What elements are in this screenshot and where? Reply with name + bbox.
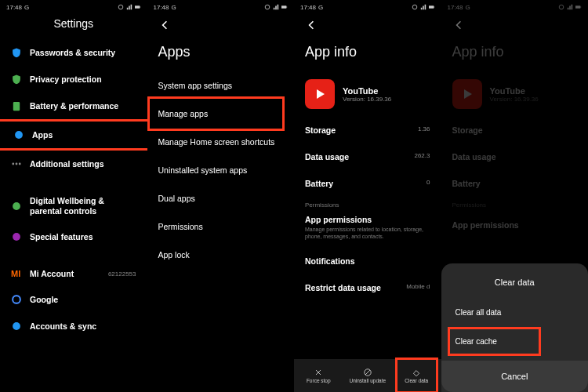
item-manage-home-shortcuts[interactable]: Manage Home screen shortcuts (147, 128, 295, 156)
action-clear-data[interactable]: Clear data (392, 359, 441, 392)
svg-rect-3 (13, 102, 20, 111)
item-privacy[interactable]: Privacy protection (0, 66, 147, 93)
sync-icon (11, 321, 22, 332)
signal-icon (420, 4, 426, 10)
signal-icon (126, 4, 132, 10)
item-passwords[interactable]: Passwords & security (0, 39, 147, 66)
row-storage[interactable]: Storage1.36 (294, 117, 441, 143)
section-permissions: Permissions (294, 197, 441, 212)
item-battery[interactable]: Battery & performance (0, 93, 147, 119)
svg-rect-16 (429, 5, 434, 8)
svg-point-5 (12, 163, 14, 165)
svg-point-12 (265, 5, 270, 9)
net: G (24, 4, 29, 11)
mi-logo-icon: MI (11, 269, 22, 278)
svg-point-10 (13, 296, 20, 303)
dialog-clear-all[interactable]: Clear all data (441, 298, 589, 327)
page-title: Apps (147, 36, 295, 71)
row-app-permissions[interactable]: App permissions Manage permissions relat… (294, 212, 441, 248)
item-uninstalled-system[interactable]: Uninstalled system apps (147, 156, 295, 184)
item-system-app-settings[interactable]: System app settings (147, 71, 295, 100)
back-icon[interactable] (158, 19, 171, 31)
row-battery[interactable]: Battery0 (294, 170, 441, 197)
alarm-icon (264, 4, 270, 10)
item-accounts-sync[interactable]: Accounts & sync (0, 313, 147, 339)
panel-app-info: 17:48G App info YouTube Version: 16.39.3… (294, 0, 441, 392)
item-manage-apps[interactable]: Manage apps (147, 100, 295, 128)
app-name: YouTube (343, 86, 391, 96)
battery-icon (281, 4, 288, 10)
apps-icon (13, 129, 24, 140)
svg-point-4 (15, 131, 23, 139)
lock-icon (11, 74, 22, 85)
item-additional[interactable]: Additional settings (0, 151, 147, 177)
google-icon (11, 294, 22, 305)
panel-settings: 17:48G Settings Passwords & security Pri… (0, 0, 147, 392)
battery-icon (135, 4, 141, 10)
svg-point-8 (13, 202, 20, 210)
svg-point-0 (118, 5, 123, 9)
action-uninstall[interactable]: Uninstall update (343, 359, 393, 392)
close-icon (314, 368, 323, 377)
page-title: App info (294, 36, 441, 71)
svg-point-6 (16, 163, 18, 165)
clear-data-dialog: Clear data Clear all data Clear cache Ca… (441, 263, 589, 392)
back-icon[interactable] (305, 19, 318, 31)
battery-icon (429, 4, 435, 10)
bottom-actions: Force stop Uninstall update Clear data (294, 359, 441, 392)
svg-rect-14 (286, 6, 287, 7)
star-icon (11, 231, 22, 242)
eraser-icon (412, 368, 421, 377)
settings-list: Passwords & security Privacy protection … (0, 39, 147, 339)
status-bar: 17:48G (147, 0, 295, 14)
svg-point-15 (412, 5, 417, 9)
page-title: Settings (0, 14, 147, 39)
dialog-title: Clear data (441, 273, 589, 298)
dialog-clear-cache[interactable]: Clear cache (441, 327, 589, 356)
item-permissions[interactable]: Permissions (147, 212, 295, 241)
item-google[interactable]: Google (0, 286, 147, 313)
panel-clear-dialog: 17:48G App info YouTube Version: 16.39.3… (441, 0, 589, 392)
svg-point-9 (13, 233, 20, 241)
svg-rect-17 (434, 6, 434, 7)
row-data-usage[interactable]: Data usage262.3 (294, 143, 441, 170)
status-bar: 17:48G (294, 0, 441, 14)
panel-apps: 17:48G Apps System app settings Manage a… (147, 0, 295, 392)
app-header: YouTube Version: 16.39.36 (294, 71, 441, 117)
item-wellbeing[interactable]: Digital Wellbeing & parental controls (0, 188, 147, 223)
svg-point-11 (13, 322, 20, 330)
svg-rect-1 (135, 5, 140, 8)
alarm-icon (118, 4, 124, 10)
action-force-stop[interactable]: Force stop (294, 359, 343, 392)
svg-rect-13 (281, 5, 286, 8)
signal-icon (273, 4, 279, 10)
block-icon (363, 368, 372, 377)
app-version: Version: 16.39.36 (343, 96, 391, 103)
item-dual-apps[interactable]: Dual apps (147, 184, 295, 212)
more-icon (11, 158, 22, 169)
row-notifications[interactable]: Notifications (294, 248, 441, 274)
apps-menu: System app settings Manage apps Manage H… (147, 71, 295, 269)
item-app-lock[interactable]: App lock (147, 241, 295, 269)
svg-rect-2 (140, 6, 140, 7)
battery-perf-icon (11, 100, 22, 111)
item-mi-account[interactable]: MI Mi Account 62122553 (0, 261, 147, 286)
shield-icon (11, 47, 22, 58)
status-bar: 17:48G (0, 0, 147, 14)
dialog-cancel[interactable]: Cancel (441, 361, 589, 392)
alarm-icon (412, 4, 418, 10)
item-special[interactable]: Special features (0, 223, 147, 250)
time: 17:48 (6, 4, 22, 11)
item-apps[interactable]: Apps (0, 119, 147, 151)
row-restrict-data[interactable]: Restrict data usageMobile d (294, 274, 441, 301)
youtube-icon (305, 79, 335, 109)
wellbeing-icon (11, 201, 22, 212)
svg-point-7 (19, 163, 21, 165)
